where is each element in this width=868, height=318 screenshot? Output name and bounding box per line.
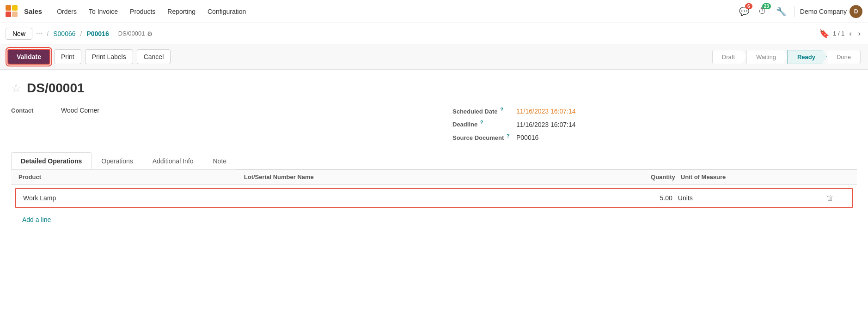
pager-text: 1 / 1 bbox=[833, 30, 844, 37]
pager-next[interactable]: › bbox=[856, 29, 862, 39]
row-uom[interactable]: Units bbox=[672, 194, 826, 202]
settings-button[interactable]: 🔧 bbox=[774, 4, 789, 19]
pager-prev[interactable]: ‹ bbox=[847, 29, 853, 39]
tab-operations[interactable]: Operations bbox=[92, 152, 142, 169]
clock-button[interactable]: ⏱ 23 bbox=[755, 4, 770, 19]
row-product[interactable]: Work Lamp bbox=[23, 194, 246, 202]
tab-additional-info[interactable]: Additional Info bbox=[143, 152, 203, 169]
tab-detailed-operations[interactable]: Detailed Operations bbox=[11, 152, 92, 169]
clock-badge: 23 bbox=[762, 3, 771, 9]
record-id: DS/00001 bbox=[118, 30, 145, 37]
breadcrumb-p00016[interactable]: P00016 bbox=[86, 30, 109, 37]
status-bar: Draft Waiting Ready Done bbox=[712, 50, 861, 64]
contact-label: Contact bbox=[11, 107, 57, 114]
col-header-product: Product bbox=[18, 174, 244, 180]
user-avatar: D bbox=[850, 5, 862, 18]
nav-to-invoice[interactable]: To Invoice bbox=[83, 5, 123, 18]
add-line-button[interactable]: Add a line bbox=[22, 216, 51, 223]
pager: 1 / 1 ‹ › bbox=[833, 29, 862, 39]
source-doc-label: Source Document ? bbox=[452, 133, 513, 141]
source-doc-value: P00016 bbox=[516, 134, 538, 141]
status-ready[interactable]: Ready bbox=[788, 50, 827, 64]
row-quantity[interactable]: 5.00 bbox=[617, 194, 672, 202]
record-title: DS/00001 bbox=[27, 81, 85, 96]
breadcrumb-bar: New ··· / S00066 / P00016 DS/00001 ⚙ 🔖 1… bbox=[0, 23, 868, 44]
breadcrumb-s00066[interactable]: S00066 bbox=[53, 30, 75, 37]
add-line-section: Add a line bbox=[11, 211, 857, 228]
row-delete-icon[interactable]: 🗑 bbox=[826, 194, 845, 202]
operations-table: Product Lot/Serial Number Name Quantity … bbox=[11, 169, 857, 208]
app-title: Sales bbox=[24, 7, 42, 15]
wrench-icon: 🔧 bbox=[776, 6, 786, 17]
svg-rect-0 bbox=[6, 5, 11, 11]
fields-right: Scheduled Date ? 11/16/2023 16:07:14 Dea… bbox=[434, 107, 857, 141]
bookmark-icon[interactable]: 🔖 bbox=[819, 29, 829, 39]
gear-icon[interactable]: ⚙ bbox=[147, 30, 153, 37]
svg-rect-1 bbox=[12, 5, 18, 11]
fields-left: Contact Wood Corner bbox=[11, 107, 434, 141]
print-labels-button[interactable]: Print Labels bbox=[85, 49, 133, 64]
subnav-right: 🔖 1 / 1 ‹ › bbox=[819, 29, 862, 39]
breadcrumb-dots[interactable]: ··· bbox=[36, 30, 42, 38]
status-waiting[interactable]: Waiting bbox=[746, 50, 788, 64]
contact-field: Contact Wood Corner bbox=[11, 107, 434, 114]
top-navigation: Sales Orders To Invoice Products Reporti… bbox=[0, 0, 868, 23]
nav-divider bbox=[794, 6, 795, 17]
status-done[interactable]: Done bbox=[827, 50, 861, 64]
action-bar: Validate Print Print Labels Cancel Draft… bbox=[0, 44, 868, 70]
deadline-label: Deadline ? bbox=[452, 120, 513, 128]
nav-reporting[interactable]: Reporting bbox=[162, 5, 201, 18]
new-button[interactable]: New bbox=[6, 28, 32, 40]
col-header-qty: Quantity bbox=[620, 174, 675, 180]
svg-rect-3 bbox=[12, 12, 18, 17]
deadline-value: 11/16/2023 16:07:14 bbox=[516, 121, 575, 128]
deadline-field: Deadline ? 11/16/2023 16:07:14 bbox=[452, 120, 857, 128]
scheduled-date-help[interactable]: ? bbox=[500, 107, 503, 112]
company-name: Demo Company bbox=[800, 8, 847, 15]
source-doc-help[interactable]: ? bbox=[507, 133, 510, 138]
chat-badge: 6 bbox=[745, 3, 752, 9]
col-header-lot: Lot/Serial Number Name bbox=[244, 174, 620, 180]
company-selector[interactable]: Demo Company D bbox=[800, 5, 862, 18]
table-row: Work Lamp 5.00 Units 🗑 bbox=[15, 188, 853, 208]
status-draft[interactable]: Draft bbox=[712, 50, 746, 64]
col-header-uom: Unit of Measure bbox=[675, 174, 831, 180]
nav-orders[interactable]: Orders bbox=[51, 5, 82, 18]
main-content: ☆ DS/00001 Contact Wood Corner Scheduled… bbox=[0, 70, 868, 228]
validate-button[interactable]: Validate bbox=[7, 49, 50, 65]
top-menu: Orders To Invoice Products Reporting Con… bbox=[51, 5, 735, 18]
top-nav-right: 💬 6 ⏱ 23 🔧 Demo Company D bbox=[737, 4, 862, 19]
table-header: Product Lot/Serial Number Name Quantity … bbox=[11, 170, 857, 185]
tab-note[interactable]: Note bbox=[203, 152, 236, 169]
breadcrumb-sep-2: / bbox=[80, 30, 82, 37]
scheduled-date-value: 11/16/2023 16:07:14 bbox=[516, 108, 575, 115]
breadcrumb-sep-1: / bbox=[47, 30, 49, 37]
contact-value: Wood Corner bbox=[61, 107, 99, 114]
chat-button[interactable]: 💬 6 bbox=[737, 4, 752, 19]
favorite-star-icon[interactable]: ☆ bbox=[11, 82, 21, 95]
app-logo[interactable] bbox=[6, 5, 18, 18]
nav-products[interactable]: Products bbox=[124, 5, 161, 18]
source-doc-field: Source Document ? P00016 bbox=[452, 133, 857, 141]
cancel-button[interactable]: Cancel bbox=[137, 49, 171, 64]
tab-bar: Detailed Operations Operations Additiona… bbox=[11, 152, 857, 169]
fields-section: Contact Wood Corner Scheduled Date ? 11/… bbox=[11, 107, 857, 141]
print-button[interactable]: Print bbox=[54, 49, 81, 64]
record-header: ☆ DS/00001 bbox=[11, 81, 857, 96]
scheduled-date-field: Scheduled Date ? 11/16/2023 16:07:14 bbox=[452, 107, 857, 115]
nav-configuration[interactable]: Configuration bbox=[202, 5, 251, 18]
deadline-help[interactable]: ? bbox=[480, 120, 483, 125]
scheduled-date-label: Scheduled Date ? bbox=[452, 107, 513, 115]
svg-rect-2 bbox=[6, 12, 11, 17]
